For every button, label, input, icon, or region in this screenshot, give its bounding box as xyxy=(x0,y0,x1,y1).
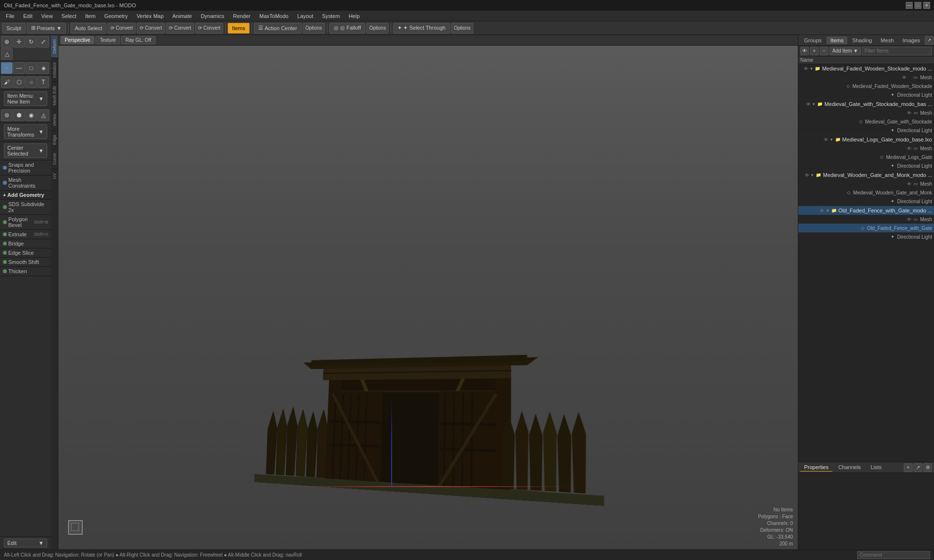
tool-material[interactable]: ◈ xyxy=(37,62,49,74)
rpanel-expand-button[interactable]: ↗ xyxy=(925,36,934,45)
tool-a1[interactable]: ⊛ xyxy=(1,109,13,121)
smooth-shift-item[interactable]: Smooth Shift xyxy=(0,258,51,267)
convert1-button[interactable]: ⟳ Convert xyxy=(108,23,136,34)
options2-button[interactable]: Options xyxy=(366,23,389,34)
menu-render[interactable]: Render xyxy=(229,12,254,20)
mesh-constraints-item[interactable]: Mesh Constraints xyxy=(0,175,51,191)
tool-cube[interactable]: ⬡ xyxy=(13,76,25,88)
tool-type[interactable]: T xyxy=(37,76,49,88)
menu-item[interactable]: Item xyxy=(81,12,99,20)
menu-help[interactable]: Help xyxy=(345,12,364,20)
falloff-button[interactable]: ◎ ◎ Falloff xyxy=(329,23,365,34)
menu-animate[interactable]: Animate xyxy=(168,12,196,20)
presets-button[interactable]: ⊞ Presets ▼ xyxy=(27,23,66,34)
rpbt-lists[interactable]: Lists xyxy=(867,463,886,472)
tool-move[interactable]: ✛ xyxy=(13,36,25,48)
auto-select-button[interactable]: Auto Select xyxy=(71,23,107,34)
items-button[interactable]: Items xyxy=(228,23,250,34)
group1-mesh-eye[interactable]: 👁 xyxy=(901,75,908,80)
tool-poly[interactable]: △ xyxy=(1,48,13,60)
menu-system[interactable]: System xyxy=(318,12,344,20)
tool-a4[interactable]: ◬ xyxy=(37,109,49,121)
tool-face[interactable]: □ xyxy=(25,62,37,74)
rpbt-expand-button[interactable]: ↗ xyxy=(914,463,922,472)
group3-mesh[interactable]: 👁 ▭ Mesh xyxy=(798,144,934,153)
viewport-tab-texture[interactable]: Texture xyxy=(95,36,120,44)
tool-scale[interactable]: ⤢ xyxy=(37,36,49,48)
bridge-item[interactable]: Bridge xyxy=(0,239,51,248)
vtab-vertex[interactable]: Vertex xyxy=(51,109,58,130)
convert4-button[interactable]: ⟳ Convert xyxy=(195,23,223,34)
group4-mesh-eye[interactable]: 👁 xyxy=(906,181,913,187)
tool-edge[interactable]: — xyxy=(13,62,25,74)
convert3-button[interactable]: ⟳ Convert xyxy=(166,23,194,34)
filter-items-input[interactable] xyxy=(862,47,932,55)
viewport[interactable]: Perspective Texture Ray GL: Off ⊟ 🔍 ⊕ ⚙ … xyxy=(58,35,798,549)
tool-sphere[interactable]: ○ xyxy=(25,76,37,88)
command-input[interactable] xyxy=(857,551,930,559)
menu-maxtomodo[interactable]: MaxToModo xyxy=(255,12,292,20)
convert2-button[interactable]: ⟳ Convert xyxy=(137,23,165,34)
menu-edit[interactable]: Edit xyxy=(19,12,36,20)
menu-dynamics[interactable]: Dynamics xyxy=(197,12,228,20)
tool-paint[interactable]: 🖌 xyxy=(1,76,13,88)
group1-light[interactable]: ✦ Directional Light xyxy=(798,90,934,99)
close-button[interactable]: ✕ xyxy=(923,2,930,9)
group3-header[interactable]: 👁 ▼ 📁 Medieval_Logs_Gate_modo_base.lxo xyxy=(798,135,934,144)
rpanel-add-plus-button[interactable]: + xyxy=(810,47,819,55)
rpbt-settings-button[interactable]: ⚙ xyxy=(923,463,932,472)
viewport-canvas[interactable]: No Items Polygons : Face Channels: 0 Def… xyxy=(58,46,798,549)
menu-geometry[interactable]: Geometry xyxy=(100,12,131,20)
group2-mesh[interactable]: 👁 ▭ Mesh xyxy=(798,108,934,117)
tool-vertex[interactable]: · xyxy=(1,62,13,74)
vtab-curve[interactable]: Curve xyxy=(51,149,58,169)
vtab-initialize[interactable]: Initialize xyxy=(51,58,58,82)
group5-mesh-eye[interactable]: 👁 xyxy=(906,217,913,222)
group2-item[interactable]: ◇ Medieval_Gate_with_Stockade xyxy=(798,117,934,126)
minimize-button[interactable]: — xyxy=(906,2,913,9)
select-through-button[interactable]: ✦ ✦ Select Through xyxy=(393,23,449,34)
group4-eye[interactable]: 👁 xyxy=(804,173,810,178)
group2-mesh-eye[interactable]: 👁 xyxy=(906,110,913,116)
tool-rotate[interactable]: ↻ xyxy=(25,36,37,48)
group2-light[interactable]: ✦ Directional Light xyxy=(798,126,934,135)
menu-layout[interactable]: Layout xyxy=(293,12,317,20)
rpanel-tab-images[interactable]: Images xyxy=(898,36,924,44)
group3-item[interactable]: ◇ Medieval_Logs_Gate xyxy=(798,153,934,161)
center-selected-dropdown[interactable]: Center Selected ▼ xyxy=(4,143,47,158)
group3-light[interactable]: ✦ Directional Light xyxy=(798,161,934,170)
rpanel-add-eye-button[interactable]: 👁 xyxy=(800,47,809,55)
group1-eye[interactable]: 👁 xyxy=(803,66,809,71)
add-geometry-header[interactable]: + Add Geometry xyxy=(0,191,51,200)
rpbt-properties[interactable]: Properties xyxy=(800,463,832,472)
vtab-mesh-edit[interactable]: Mesh Edit xyxy=(51,82,58,109)
item-menu-dropdown[interactable]: Item Menu: New Item ▼ xyxy=(4,91,47,106)
vtab-uv[interactable]: UV xyxy=(51,169,58,183)
options3-button[interactable]: Options xyxy=(451,23,473,34)
group2-header[interactable]: 👁 ▼ 📁 Medieval_Gate_with_Stockade_modo_b… xyxy=(798,100,934,108)
menu-vertex-map[interactable]: Vertex Map xyxy=(133,12,168,20)
action-center-button[interactable]: ☰ Action Center xyxy=(254,23,302,34)
options1-button[interactable]: Options xyxy=(303,23,325,34)
thicken-item[interactable]: Thicken xyxy=(0,267,51,276)
group5-header[interactable]: 👁 ▼ 📁 Old_Faded_Fence_with_Gate_modo ... xyxy=(798,206,934,215)
menu-view[interactable]: View xyxy=(37,12,57,20)
group3-eye[interactable]: 👁 xyxy=(823,137,829,142)
vtab-deform[interactable]: Deform xyxy=(51,35,58,58)
polygon-bevel-item[interactable]: Polygon Bevel Shift+B xyxy=(0,215,51,230)
add-item-button[interactable]: Add Item ▼ xyxy=(829,47,861,55)
rpanel-tab-mesh[interactable]: Mesh xyxy=(877,36,898,44)
rpanel-add-minus-button[interactable]: − xyxy=(820,47,828,55)
vtab-edge[interactable]: Edge xyxy=(51,130,58,149)
group4-header[interactable]: 👁 ▼ 📁 Medieval_Wooden_Gate_and_Monk_modo… xyxy=(798,171,934,179)
rpanel-tab-items[interactable]: Items xyxy=(826,36,847,44)
extrude-item[interactable]: Extrude Shift+X xyxy=(0,230,51,239)
group5-item[interactable]: ◇ Old_Faded_Fence_with_Gate xyxy=(798,224,934,232)
rpanel-tab-shading[interactable]: Shading xyxy=(848,36,876,44)
group5-light[interactable]: ✦ Directional Light xyxy=(798,232,934,241)
group5-mesh[interactable]: 👁 ▭ Mesh xyxy=(798,215,934,224)
nav-cube[interactable] xyxy=(68,520,88,540)
menu-select[interactable]: Select xyxy=(57,12,80,20)
group4-mesh[interactable]: 👁 ▭ Mesh xyxy=(798,179,934,188)
menu-file[interactable]: File xyxy=(2,12,18,20)
